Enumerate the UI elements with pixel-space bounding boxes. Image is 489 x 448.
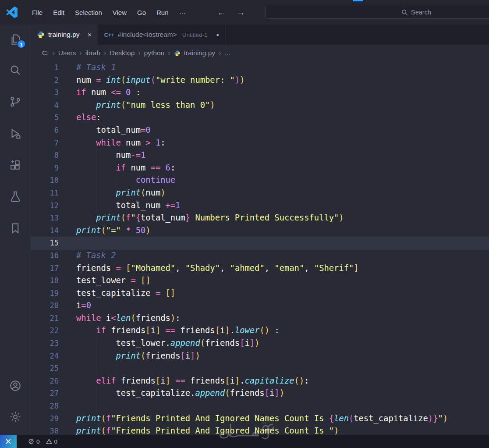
code-line[interactable]: 27 test_capitalize.append(friends[i]) <box>31 387 489 400</box>
breadcrumb-ibrah[interactable]: ibrah <box>85 49 100 57</box>
forward-arrow-icon[interactable]: → <box>237 7 245 18</box>
line-number: 23 <box>31 337 59 350</box>
menu-item-edit[interactable]: Edit <box>48 7 70 18</box>
source-control-icon[interactable] <box>9 95 22 108</box>
code-text: total_num=0 <box>76 124 151 137</box>
code-line[interactable]: 12 total_num +=1 <box>31 199 489 212</box>
breadcrumb-desktop[interactable]: Desktop <box>110 49 135 57</box>
code-line[interactable]: 20i=0 <box>31 299 489 312</box>
code-text: print("=" * 50) <box>76 224 151 237</box>
chevron-right-icon: › <box>138 49 140 57</box>
menu-item-selection[interactable]: Selection <box>70 7 107 18</box>
vscode-logo-icon <box>6 6 18 18</box>
line-number: 8 <box>31 149 59 162</box>
code-line[interactable]: 14print("=" * 50) <box>31 224 489 237</box>
run-debug-icon[interactable] <box>9 127 22 140</box>
code-line[interactable]: 2num = int(input("write number: ")) <box>31 74 489 87</box>
indent-guide <box>96 400 96 412</box>
warnings-item[interactable]: 0 <box>46 438 58 445</box>
line-number: 20 <box>31 299 59 312</box>
settings-gear-icon[interactable] <box>9 410 22 423</box>
unsaved-dot-icon[interactable]: ● <box>216 32 220 37</box>
search-placeholder: Search <box>411 9 431 16</box>
code-line[interactable]: 22 if friends[i] == friends[i].lower() : <box>31 324 489 337</box>
menu-item-more[interactable]: ··· <box>174 7 191 18</box>
code-line[interactable]: 11 print(num) <box>31 187 489 199</box>
breadcrumb-file[interactable]: training.py <box>184 49 216 57</box>
bookmarks-icon[interactable] <box>9 222 22 235</box>
code-line[interactable]: 17friends = ["Mohamed", "Shady", "ahmed"… <box>31 262 489 275</box>
line-number: 14 <box>31 224 59 237</box>
window-top-accent <box>353 0 363 1</box>
tab-untitled-cpp[interactable]: C++ #include<iostream> Untitled-1 ● <box>98 25 226 45</box>
line-number: 12 <box>31 199 59 212</box>
testing-icon[interactable] <box>9 190 22 203</box>
code-text: num = int(input("write number: ")) <box>76 74 245 87</box>
code-text: elif friends[i] == friends[i].capitalize… <box>76 375 309 388</box>
problems-summary[interactable]: 0 0 <box>28 438 57 445</box>
code-line[interactable]: 13 print(f"{total_num} Numbers Printed S… <box>31 212 489 224</box>
search-sidebar-icon[interactable] <box>9 64 22 77</box>
code-text: continue <box>76 174 175 187</box>
code-line[interactable]: 21while i<len(friends): <box>31 312 489 325</box>
code-line[interactable]: 10 continue <box>31 174 489 187</box>
code-line[interactable]: 19test_capitalize = [] <box>31 287 489 300</box>
search-icon <box>401 9 408 16</box>
code-line[interactable]: 3if num <= 0 : <box>31 86 489 99</box>
breadcrumb-users[interactable]: Users <box>58 49 76 57</box>
code-line[interactable]: 28 <box>31 400 489 412</box>
python-file-icon <box>174 50 181 57</box>
warning-icon <box>46 438 52 444</box>
chevron-right-icon: › <box>219 49 221 57</box>
errors-item[interactable]: 0 <box>28 438 40 445</box>
line-number: 22 <box>31 324 59 337</box>
back-arrow-icon[interactable]: ← <box>217 7 226 18</box>
command-search-box[interactable]: Search <box>265 6 489 19</box>
code-line[interactable]: 1# Task 1 <box>31 61 489 74</box>
line-number: 27 <box>31 387 59 400</box>
code-text: total_num +=1 <box>76 199 180 212</box>
breadcrumb-ellipsis[interactable]: ... <box>224 49 230 57</box>
code-line[interactable]: 8 num-=1 <box>31 149 489 162</box>
menu-item-file[interactable]: File <box>27 7 48 18</box>
code-text: while i<len(friends): <box>76 312 181 325</box>
code-text: # Task 2 <box>76 249 116 262</box>
line-number: 25 <box>31 362 59 375</box>
code-line[interactable]: 15 <box>31 237 489 249</box>
line-number: 9 <box>31 162 59 174</box>
code-line[interactable]: 4 print("num less than 0") <box>31 99 489 112</box>
code-line[interactable]: 5else: <box>31 111 489 124</box>
code-line[interactable]: 30print(f"Friends Printed And Ignored Na… <box>31 425 489 435</box>
accounts-icon[interactable] <box>9 379 22 392</box>
menu-item-go[interactable]: Go <box>132 7 151 18</box>
status-bar: 0 0 <box>0 435 489 448</box>
code-line[interactable]: 9 if num == 6: <box>31 162 489 174</box>
menu-item-run[interactable]: Run <box>151 7 174 18</box>
code-line[interactable]: 18test_lower = [] <box>31 274 489 287</box>
code-line[interactable]: 24 print(friends[i]) <box>31 350 489 363</box>
code-line[interactable]: 16# Task 2 <box>31 249 489 262</box>
extensions-icon[interactable] <box>9 159 22 172</box>
code-editor[interactable]: 1# Task 12num = int(input("write number:… <box>31 61 489 435</box>
code-line[interactable]: 25 <box>31 362 489 375</box>
code-line[interactable]: 26 elif friends[i] == friends[i].capital… <box>31 375 489 388</box>
line-number: 16 <box>31 249 59 262</box>
line-number: 2 <box>31 74 59 87</box>
code-text: print(f"{total_num} Numbers Printed Succ… <box>76 212 344 224</box>
code-line[interactable]: 7 while num > 1: <box>31 137 489 149</box>
code-line[interactable]: 23 test_lower.append(friends[i]) <box>31 337 489 350</box>
breadcrumb-python-folder[interactable]: python <box>144 49 165 57</box>
line-number: 6 <box>31 124 59 137</box>
code-text: test_capitalize.append(friends[i]) <box>76 387 284 400</box>
code-line[interactable]: 29print(f"Friends Printed And Ignored Na… <box>31 412 489 425</box>
menu-item-view[interactable]: View <box>107 7 132 18</box>
code-lines: 1# Task 12num = int(input("write number:… <box>31 61 489 435</box>
tab-training-py[interactable]: training.py × <box>31 25 98 45</box>
close-icon[interactable]: × <box>88 31 92 39</box>
remote-indicator[interactable] <box>0 435 17 448</box>
menu-bar: File Edit Selection View Go Run ··· <box>27 7 191 18</box>
breadcrumb-drive[interactable]: C: <box>42 49 49 57</box>
code-text: print(num) <box>76 187 166 199</box>
code-line[interactable]: 6 total_num=0 <box>31 124 489 137</box>
line-number: 17 <box>31 262 59 275</box>
